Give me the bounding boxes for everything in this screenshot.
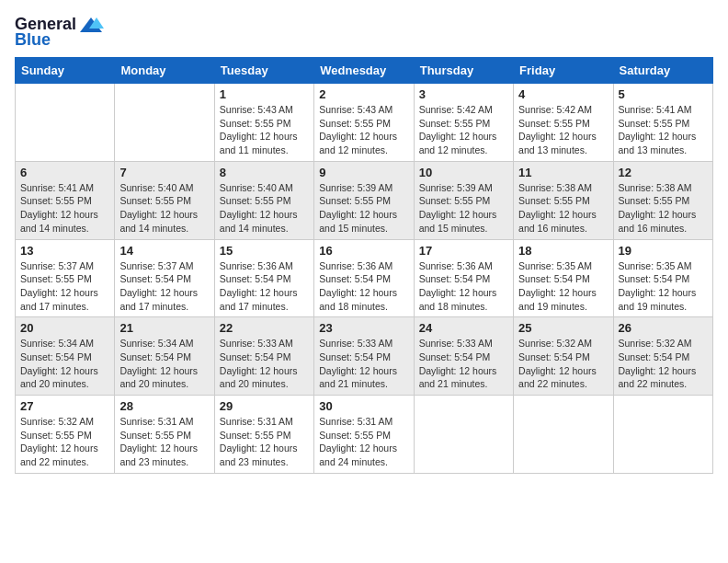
day-info: Sunrise: 5:31 AM Sunset: 5:55 PM Dayligh… bbox=[319, 415, 408, 469]
day-number: 20 bbox=[20, 321, 109, 335]
page-header: General Blue bbox=[15, 15, 713, 50]
day-number: 16 bbox=[319, 244, 408, 258]
day-number: 30 bbox=[319, 399, 408, 413]
day-number: 8 bbox=[220, 166, 309, 179]
day-info: Sunrise: 5:34 AM Sunset: 5:54 PM Dayligh… bbox=[119, 337, 209, 391]
day-info: Sunrise: 5:43 AM Sunset: 5:55 PM Dayligh… bbox=[319, 103, 408, 157]
day-number: 19 bbox=[619, 244, 708, 258]
day-number: 23 bbox=[319, 321, 408, 335]
day-number: 13 bbox=[20, 244, 109, 258]
day-info: Sunrise: 5:41 AM Sunset: 5:55 PM Dayligh… bbox=[20, 181, 109, 236]
day-number: 9 bbox=[319, 166, 408, 179]
weekday-header-monday: Monday bbox=[115, 58, 214, 84]
calendar-cell: 5Sunrise: 5:41 AM Sunset: 5:55 PM Daylig… bbox=[613, 84, 712, 162]
day-number: 11 bbox=[518, 166, 608, 179]
calendar-cell: 7Sunrise: 5:40 AM Sunset: 5:55 PM Daylig… bbox=[115, 161, 214, 239]
calendar-cell: 29Sunrise: 5:31 AM Sunset: 5:55 PM Dayli… bbox=[214, 396, 313, 474]
day-number: 29 bbox=[220, 399, 309, 413]
day-info: Sunrise: 5:42 AM Sunset: 5:55 PM Dayligh… bbox=[419, 103, 508, 157]
day-info: Sunrise: 5:36 AM Sunset: 5:54 PM Dayligh… bbox=[220, 259, 309, 314]
day-number: 21 bbox=[119, 321, 209, 335]
calendar-cell: 8Sunrise: 5:40 AM Sunset: 5:55 PM Daylig… bbox=[214, 161, 313, 239]
day-info: Sunrise: 5:38 AM Sunset: 5:55 PM Dayligh… bbox=[518, 181, 608, 236]
day-info: Sunrise: 5:37 AM Sunset: 5:55 PM Dayligh… bbox=[20, 259, 109, 314]
day-info: Sunrise: 5:38 AM Sunset: 5:55 PM Dayligh… bbox=[619, 181, 708, 236]
day-info: Sunrise: 5:36 AM Sunset: 5:54 PM Dayligh… bbox=[319, 259, 408, 314]
day-info: Sunrise: 5:40 AM Sunset: 5:55 PM Dayligh… bbox=[220, 181, 309, 236]
logo-blue-text: Blue bbox=[15, 30, 51, 50]
day-number: 25 bbox=[518, 321, 608, 335]
logo: General Blue bbox=[15, 15, 104, 50]
day-number: 15 bbox=[220, 244, 309, 258]
day-number: 3 bbox=[419, 87, 508, 101]
calendar-cell: 13Sunrise: 5:37 AM Sunset: 5:55 PM Dayli… bbox=[16, 239, 115, 317]
day-number: 4 bbox=[518, 87, 608, 101]
day-info: Sunrise: 5:34 AM Sunset: 5:54 PM Dayligh… bbox=[20, 337, 109, 391]
weekday-header-saturday: Saturday bbox=[613, 58, 712, 84]
calendar-cell: 28Sunrise: 5:31 AM Sunset: 5:55 PM Dayli… bbox=[115, 396, 214, 474]
calendar-cell: 20Sunrise: 5:34 AM Sunset: 5:54 PM Dayli… bbox=[16, 317, 115, 396]
calendar-cell: 12Sunrise: 5:38 AM Sunset: 5:55 PM Dayli… bbox=[613, 161, 712, 239]
day-info: Sunrise: 5:32 AM Sunset: 5:54 PM Dayligh… bbox=[619, 337, 708, 391]
day-info: Sunrise: 5:40 AM Sunset: 5:55 PM Dayligh… bbox=[119, 181, 209, 236]
day-info: Sunrise: 5:35 AM Sunset: 5:54 PM Dayligh… bbox=[619, 259, 708, 314]
calendar-cell: 16Sunrise: 5:36 AM Sunset: 5:54 PM Dayli… bbox=[314, 239, 414, 317]
day-number: 17 bbox=[419, 244, 508, 258]
day-info: Sunrise: 5:32 AM Sunset: 5:55 PM Dayligh… bbox=[20, 415, 109, 469]
day-number: 14 bbox=[119, 244, 209, 258]
weekday-header-wednesday: Wednesday bbox=[314, 58, 414, 84]
calendar-cell: 26Sunrise: 5:32 AM Sunset: 5:54 PM Dayli… bbox=[613, 317, 712, 396]
day-number: 12 bbox=[619, 166, 708, 179]
calendar-cell: 14Sunrise: 5:37 AM Sunset: 5:54 PM Dayli… bbox=[115, 239, 214, 317]
day-info: Sunrise: 5:36 AM Sunset: 5:54 PM Dayligh… bbox=[419, 259, 508, 314]
calendar-cell: 1Sunrise: 5:43 AM Sunset: 5:55 PM Daylig… bbox=[214, 84, 313, 162]
day-number: 1 bbox=[220, 87, 309, 101]
weekday-header-friday: Friday bbox=[514, 58, 613, 84]
calendar-cell: 11Sunrise: 5:38 AM Sunset: 5:55 PM Dayli… bbox=[514, 161, 613, 239]
day-info: Sunrise: 5:31 AM Sunset: 5:55 PM Dayligh… bbox=[119, 415, 209, 469]
calendar-cell: 30Sunrise: 5:31 AM Sunset: 5:55 PM Dayli… bbox=[314, 396, 414, 474]
calendar-cell: 10Sunrise: 5:39 AM Sunset: 5:55 PM Dayli… bbox=[414, 161, 513, 239]
calendar-cell: 27Sunrise: 5:32 AM Sunset: 5:55 PM Dayli… bbox=[16, 396, 115, 474]
calendar-cell: 4Sunrise: 5:42 AM Sunset: 5:55 PM Daylig… bbox=[514, 84, 613, 162]
weekday-header-tuesday: Tuesday bbox=[214, 58, 313, 84]
calendar-cell: 25Sunrise: 5:32 AM Sunset: 5:54 PM Dayli… bbox=[514, 317, 613, 396]
day-number: 5 bbox=[619, 87, 708, 101]
calendar-cell bbox=[115, 84, 214, 162]
day-number: 26 bbox=[619, 321, 708, 335]
calendar-cell: 15Sunrise: 5:36 AM Sunset: 5:54 PM Dayli… bbox=[214, 239, 313, 317]
calendar-cell bbox=[613, 396, 712, 474]
calendar-cell: 3Sunrise: 5:42 AM Sunset: 5:55 PM Daylig… bbox=[414, 84, 513, 162]
day-number: 24 bbox=[419, 321, 508, 335]
day-number: 6 bbox=[20, 166, 109, 179]
day-number: 7 bbox=[119, 166, 209, 179]
calendar-cell: 23Sunrise: 5:33 AM Sunset: 5:54 PM Dayli… bbox=[314, 317, 414, 396]
day-info: Sunrise: 5:33 AM Sunset: 5:54 PM Dayligh… bbox=[220, 337, 309, 391]
calendar-cell: 2Sunrise: 5:43 AM Sunset: 5:55 PM Daylig… bbox=[314, 84, 414, 162]
day-info: Sunrise: 5:35 AM Sunset: 5:54 PM Dayligh… bbox=[518, 259, 608, 314]
calendar-cell: 17Sunrise: 5:36 AM Sunset: 5:54 PM Dayli… bbox=[414, 239, 513, 317]
logo-icon bbox=[78, 16, 104, 34]
calendar-cell bbox=[414, 396, 513, 474]
weekday-header-thursday: Thursday bbox=[414, 58, 513, 84]
day-number: 22 bbox=[220, 321, 309, 335]
calendar-cell: 21Sunrise: 5:34 AM Sunset: 5:54 PM Dayli… bbox=[115, 317, 214, 396]
day-info: Sunrise: 5:39 AM Sunset: 5:55 PM Dayligh… bbox=[419, 181, 508, 236]
day-number: 27 bbox=[20, 399, 109, 413]
day-info: Sunrise: 5:43 AM Sunset: 5:55 PM Dayligh… bbox=[220, 103, 309, 157]
calendar-cell: 22Sunrise: 5:33 AM Sunset: 5:54 PM Dayli… bbox=[214, 317, 313, 396]
calendar-cell: 6Sunrise: 5:41 AM Sunset: 5:55 PM Daylig… bbox=[16, 161, 115, 239]
day-info: Sunrise: 5:33 AM Sunset: 5:54 PM Dayligh… bbox=[419, 337, 508, 391]
day-info: Sunrise: 5:33 AM Sunset: 5:54 PM Dayligh… bbox=[319, 337, 408, 391]
weekday-header-sunday: Sunday bbox=[16, 58, 115, 84]
day-number: 2 bbox=[319, 87, 408, 101]
day-number: 28 bbox=[119, 399, 209, 413]
day-info: Sunrise: 5:41 AM Sunset: 5:55 PM Dayligh… bbox=[619, 103, 708, 157]
day-info: Sunrise: 5:42 AM Sunset: 5:55 PM Dayligh… bbox=[518, 103, 608, 157]
calendar-cell bbox=[16, 84, 115, 162]
day-info: Sunrise: 5:37 AM Sunset: 5:54 PM Dayligh… bbox=[119, 259, 209, 314]
day-info: Sunrise: 5:39 AM Sunset: 5:55 PM Dayligh… bbox=[319, 181, 408, 236]
day-number: 18 bbox=[518, 244, 608, 258]
calendar-cell: 18Sunrise: 5:35 AM Sunset: 5:54 PM Dayli… bbox=[514, 239, 613, 317]
calendar-table: SundayMondayTuesdayWednesdayThursdayFrid… bbox=[15, 57, 713, 474]
